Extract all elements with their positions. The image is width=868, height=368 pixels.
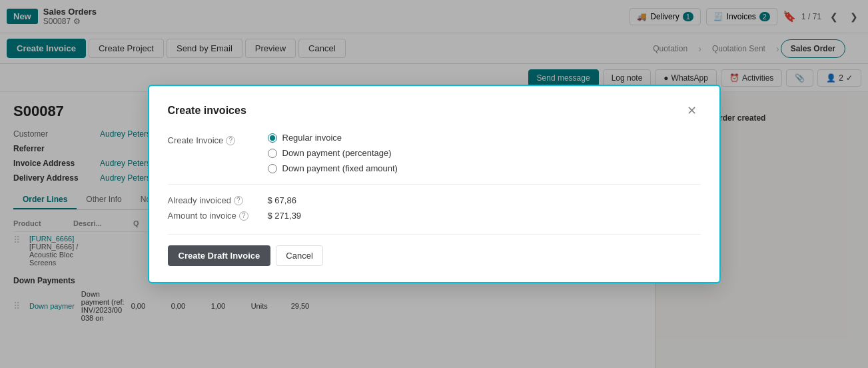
already-invoiced-value: $ 67,86 [268, 195, 296, 205]
radio-regular-label: Regular invoice [282, 133, 342, 143]
radio-regular-input[interactable] [268, 133, 277, 143]
create-invoice-label: Create Invoice ? [168, 133, 254, 145]
radio-down-pct[interactable]: Down payment (percentage) [268, 148, 398, 158]
radio-regular-invoice[interactable]: Regular invoice [268, 133, 398, 143]
amount-to-invoice-row: Amount to invoice ? $ 271,39 [168, 211, 701, 221]
create-invoices-modal: Create invoices ✕ Create Invoice ? Regul… [148, 85, 721, 283]
amount-to-invoice-value: $ 271,39 [268, 211, 302, 221]
modal-overlay[interactable]: Create invoices ✕ Create Invoice ? Regul… [0, 0, 868, 368]
already-invoiced-label: Already invoiced ? [168, 195, 254, 205]
radio-down-fixed-label: Down payment (fixed amount) [282, 163, 398, 173]
already-invoiced-row: Already invoiced ? $ 67,86 [168, 195, 701, 205]
invoice-type-radio-group: Regular invoice Down payment (percentage… [268, 133, 398, 173]
already-invoiced-help-icon[interactable]: ? [234, 196, 243, 205]
modal-cancel-button[interactable]: Cancel [276, 245, 322, 266]
modal-header: Create invoices ✕ [168, 102, 701, 119]
radio-down-pct-input[interactable] [268, 149, 277, 158]
create-invoice-help-icon[interactable]: ? [226, 136, 235, 145]
modal-divider [168, 184, 701, 185]
create-draft-invoice-button[interactable]: Create Draft Invoice [168, 245, 271, 266]
modal-body: Create Invoice ? Regular invoice Down pa… [168, 133, 701, 221]
modal-title: Create invoices [168, 105, 246, 117]
amount-to-invoice-label: Amount to invoice ? [168, 211, 254, 221]
amount-to-invoice-help-icon[interactable]: ? [239, 211, 248, 221]
modal-footer: Create Draft Invoice Cancel [168, 234, 701, 266]
radio-down-fixed[interactable]: Down payment (fixed amount) [268, 163, 398, 173]
create-invoice-row: Create Invoice ? Regular invoice Down pa… [168, 133, 701, 173]
radio-down-pct-label: Down payment (percentage) [282, 148, 392, 158]
radio-down-fixed-input[interactable] [268, 164, 277, 173]
modal-close-button[interactable]: ✕ [683, 102, 701, 119]
